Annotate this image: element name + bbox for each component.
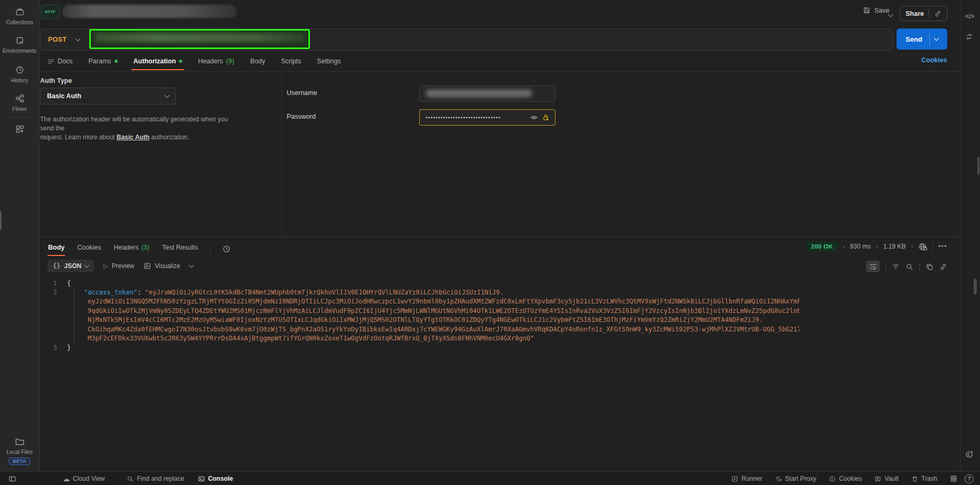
copy-icon[interactable] [926, 263, 934, 271]
network-globe-lock-icon[interactable] [918, 242, 927, 251]
request-response-divider [40, 236, 960, 237]
runner-button[interactable]: Runner [731, 475, 762, 482]
password-label: Password [287, 113, 316, 120]
postbot-icon[interactable] [965, 450, 974, 459]
workspace-grid-icon[interactable] [950, 475, 957, 482]
sidebar-item-collections[interactable]: Collections [0, 7, 39, 25]
sidebar-item-flows[interactable]: Flows [0, 94, 39, 112]
cloud-view-button[interactable]: ☁ Cloud View [63, 475, 105, 483]
send-label: Send [906, 35, 922, 43]
sidebar-item-more-apps[interactable] [0, 125, 39, 134]
trash-button[interactable]: Trash [911, 475, 937, 482]
response-tab-test-results[interactable]: Test Results [162, 242, 199, 256]
tab-body[interactable]: Body [249, 54, 267, 70]
visualize-image-icon [144, 262, 151, 270]
wrapped-line-guide [74, 289, 74, 344]
response-tab-cookies[interactable]: Cookies [77, 242, 101, 256]
json-token-row: CkGihqaMKc4Zda0fEHMCwgoI7N30osJtvbvbS8wK… [88, 326, 799, 333]
tab-scripts[interactable]: Scripts [280, 54, 302, 70]
json-token-row: 9qdGkiOiIwOTk2MjVmNy05ZDEyLTQ4ZDEtYWU2MS… [88, 307, 799, 315]
basic-auth-learn-more-link[interactable]: Basic Auth [117, 134, 149, 141]
show-password-eye-icon[interactable] [530, 113, 538, 121]
tab-params[interactable]: Params [87, 54, 118, 70]
preview-button[interactable]: ▷ Preview [103, 262, 134, 270]
environments-icon [15, 36, 24, 45]
tab-headers[interactable]: Headers(9) [197, 54, 235, 70]
method-selector[interactable]: POST [48, 36, 67, 43]
send-options-chevron[interactable] [934, 36, 939, 41]
json-token-row: eyJzdWIiOiI3NGQ5M2FhNS0zYzgzLTRjMTYtOGIz… [88, 298, 799, 305]
left-sidebar: Collections Environments History Flows L… [0, 0, 40, 471]
toggle-sidebar-icon[interactable] [8, 475, 16, 483]
help-icon[interactable]: ? [965, 474, 974, 483]
response-history-icon[interactable] [222, 245, 231, 253]
cookies-link[interactable]: Cookies [921, 56, 947, 64]
save-button[interactable]: Save [863, 6, 890, 14]
username-field-redacted[interactable] [419, 85, 555, 102]
response-toolbar [866, 261, 947, 272]
json-token-row: NjMxNTk5MjEsImV4cCI6MTc2MzE2MzUyMSwiaWF0… [88, 316, 763, 324]
search-icon [127, 476, 134, 482]
send-button[interactable]: Send [897, 28, 947, 50]
line-number: 2 [42, 289, 57, 296]
link-icon[interactable] [939, 263, 947, 271]
runner-icon [731, 476, 738, 482]
cloud-icon: ☁ [63, 475, 70, 483]
response-tab-body[interactable]: Body [48, 242, 65, 256]
preview-icon: ▷ [103, 263, 108, 270]
secret-warning-lock-icon[interactable] [542, 113, 550, 121]
auth-type-select[interactable]: Basic Auth [40, 88, 176, 104]
format-select[interactable]: {} JSON [48, 260, 94, 272]
tabs-divider [40, 71, 960, 72]
cookies-button[interactable]: Cookies [829, 475, 862, 482]
filter-icon[interactable] [892, 263, 900, 271]
right-rail [960, 0, 980, 471]
code-snippet-icon[interactable]: </> [965, 13, 974, 20]
tab-authorization[interactable]: Authorization [133, 54, 184, 70]
response-time: 830 ms [850, 243, 871, 250]
password-masked-value: •••••••••••••••••••••••••••••• [426, 115, 530, 120]
status-badge: 200 OK [806, 242, 837, 251]
visualize-button[interactable]: Visualize [144, 262, 180, 270]
vault-button[interactable]: Vault [874, 475, 898, 482]
url-bar: POST [40, 28, 893, 51]
params-modified-dot [115, 60, 118, 63]
response-body-json[interactable]: 1 2 3 { "access_token": "eyJraWQiOiJyRGt… [42, 277, 799, 356]
url-input-redacted[interactable] [89, 29, 310, 49]
console-icon [198, 476, 205, 482]
sync-arrows-icon[interactable] [965, 33, 973, 41]
sidebar-item-label: History [11, 77, 29, 83]
json-close-brace: } [67, 344, 71, 351]
response-more-options[interactable]: ••• [938, 243, 947, 250]
share-button[interactable]: Share [900, 6, 947, 21]
docs-icon [48, 58, 54, 65]
wrap-text-icon[interactable] [866, 261, 880, 272]
search-icon[interactable] [906, 263, 913, 271]
password-field[interactable]: •••••••••••••••••••••••••••••• [419, 109, 555, 126]
find-and-replace-button[interactable]: Find and replace [127, 475, 184, 482]
collections-icon [15, 7, 24, 16]
json-token-row: M3pF2cEFDkx33VUXwbt5c2R63y5W4YYPRrrDsDA4… [88, 335, 534, 342]
history-icon [15, 65, 24, 74]
sidebar-item-environments[interactable]: Environments [0, 36, 39, 54]
share-link-icon[interactable] [934, 10, 941, 17]
sidebar-item-local-files[interactable]: Local Files BETA [0, 437, 39, 465]
share-label: Share [906, 10, 924, 17]
tab-settings[interactable]: Settings [316, 54, 342, 70]
sidebar-item-history[interactable]: History [0, 65, 39, 83]
response-tab-headers[interactable]: Headers (3) [113, 242, 150, 256]
tab-docs[interactable]: Docs [46, 54, 73, 70]
start-proxy-button[interactable]: Start Proxy [775, 475, 816, 482]
response-headers-count: (3) [142, 244, 149, 251]
sidebar-item-label: Collections [6, 19, 33, 25]
visualize-options-chevron[interactable] [189, 263, 194, 268]
method-chevron[interactable] [76, 36, 81, 42]
sidebar-drag-handle[interactable] [0, 211, 2, 230]
request-title-redacted[interactable] [62, 5, 237, 18]
console-button[interactable]: Console [198, 475, 233, 482]
authorization-modified-dot [179, 60, 182, 63]
cookie-icon [829, 476, 836, 482]
auth-column-divider [281, 72, 282, 236]
auth-type-chevron [165, 93, 170, 98]
save-options-chevron[interactable] [889, 11, 892, 18]
